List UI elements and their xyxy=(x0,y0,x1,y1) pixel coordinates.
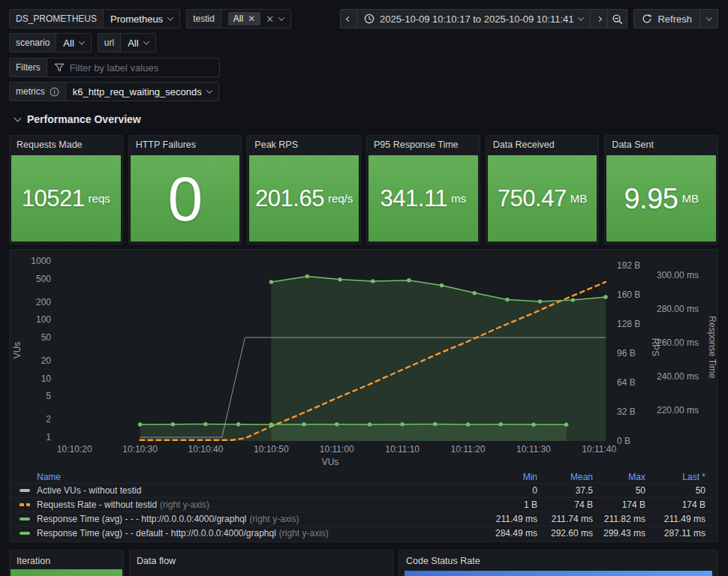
panel-code-status-rate: Code Status Rate xyxy=(399,550,718,576)
stat-unit: ms xyxy=(451,192,466,205)
panel-title[interactable]: P95 Response Time xyxy=(367,136,480,154)
refresh-button[interactable]: Refresh xyxy=(633,9,700,28)
series-point-marker xyxy=(269,280,273,284)
testid-tag-label: All xyxy=(233,14,243,24)
legend-sort-last[interactable]: Last * xyxy=(682,472,705,482)
chevron-down-icon xyxy=(167,14,173,20)
legend-mean-value: 37.5 xyxy=(537,485,593,496)
panel-title[interactable]: Requests Made xyxy=(10,136,122,154)
legend-last-value: 50 xyxy=(645,485,705,496)
stat-panel-peak-rps: Peak RPS201.65req/s xyxy=(247,135,361,244)
legend-series-label[interactable]: Requests Rate - without testid(right y-a… xyxy=(37,500,209,510)
series-point-marker xyxy=(203,422,207,426)
variable-url: url All xyxy=(98,33,156,52)
ds-prometheus-label: DS_PROMETHEUS xyxy=(10,10,103,28)
axis-tick-label: 160 B xyxy=(617,290,640,300)
axis-tick-label: 500 xyxy=(36,274,51,284)
legend-last-value: 287.11 ms xyxy=(645,528,705,538)
panel-title[interactable]: Iteration xyxy=(10,550,123,572)
axis-tick-label: 192 B xyxy=(617,260,640,271)
legend-max-value: 299.43 ms xyxy=(593,528,645,538)
metrics-label-text: metrics xyxy=(16,86,45,97)
chevron-down-icon xyxy=(278,14,284,20)
axis-tick-label: 280.00 ms xyxy=(657,304,699,314)
panel-title[interactable]: Peak RPS xyxy=(248,136,360,154)
url-select[interactable]: All xyxy=(120,34,155,52)
legend-min-value: 211.49 ms xyxy=(485,514,537,524)
legend-row: Response Time (avg) - - - http://0.0.0.0… xyxy=(10,512,717,526)
legend-sort-mean[interactable]: Mean xyxy=(570,472,593,482)
panel-title[interactable]: HTTP Failures xyxy=(129,136,242,154)
label-filter-input[interactable]: Filter by label values xyxy=(47,58,219,76)
legend-mean-value: 292.60 ms xyxy=(537,528,593,538)
series-point-marker xyxy=(371,279,375,283)
variables-row-4: metrics k6_http_req_waiting_seconds xyxy=(9,82,718,101)
stat-value-area: 201.65req/s xyxy=(249,155,359,242)
series-point-marker xyxy=(368,422,372,426)
axis-tick-label: 1 xyxy=(46,432,51,442)
panel-title[interactable]: Data Sent xyxy=(605,136,717,154)
series-point-marker xyxy=(400,422,404,426)
stat-value-area: 10521reqs xyxy=(11,155,121,242)
legend-axis-note: (right y-axis) xyxy=(160,500,209,510)
filter-placeholder: Filter by label values xyxy=(70,62,159,74)
legend-axis-note: (right y-axis) xyxy=(279,528,329,538)
axis-tick-label: VUs xyxy=(322,457,339,467)
filters-label: Filters xyxy=(10,58,47,76)
panel-title[interactable]: Data flow xyxy=(130,550,393,572)
axis-tick-label: 240.00 ms xyxy=(657,371,699,382)
section-title: Performance Overview xyxy=(27,113,141,125)
testid-label: testid xyxy=(187,10,221,28)
legend-mean-value: 211.74 ms xyxy=(537,514,593,524)
row-toggle-performance-overview[interactable]: Performance Overview xyxy=(15,112,718,126)
legend-last-value: 174 B xyxy=(645,500,705,510)
axis-tick-label: 10:10:40 xyxy=(188,444,224,454)
axis-tick-label: 20 xyxy=(41,356,52,366)
testid-select[interactable]: All ✕ ✕ xyxy=(221,10,290,28)
panel-title[interactable]: Data Received xyxy=(486,136,599,154)
legend-header-row: NameMinMeanMaxLast * xyxy=(10,470,717,483)
series-point-marker xyxy=(138,422,142,426)
chart-canvas[interactable]: 1000500200100502010521VUs192 B160 B128 B… xyxy=(10,250,717,469)
axis-tick-label: 128 B xyxy=(617,319,640,329)
legend-axis-note: (right y-axis) xyxy=(249,514,299,524)
legend-sort-min[interactable]: Min xyxy=(523,472,537,482)
legend-max-value: 211.82 ms xyxy=(593,514,645,524)
stat-panel-data-sent: Data Sent9.95MB xyxy=(604,135,718,244)
series-point-marker xyxy=(564,422,568,426)
metrics-select[interactable]: k6_http_req_waiting_seconds xyxy=(65,82,218,100)
clear-all-icon[interactable]: ✕ xyxy=(266,14,274,25)
legend-series-label[interactable]: Active VUs - without testid xyxy=(37,485,141,496)
stat-panel-http-failures: HTTP Failures0 xyxy=(128,135,242,244)
axis-tick-label: 10:11:30 xyxy=(516,444,551,454)
axis-tick-label: 1000 xyxy=(31,256,51,266)
time-shift-back-button[interactable] xyxy=(340,9,357,28)
legend-sort-name[interactable]: Name xyxy=(37,472,61,482)
variable-testid: testid All ✕ ✕ xyxy=(186,9,291,28)
clock-icon xyxy=(364,14,375,24)
stat-value-area: 341.11ms xyxy=(369,155,478,242)
metrics-value: k6_http_req_waiting_seconds xyxy=(73,86,202,98)
series-point-marker xyxy=(302,422,305,426)
legend-series-label[interactable]: Response Time (avg) - - default - http:/… xyxy=(37,528,329,538)
remove-tag-icon[interactable]: ✕ xyxy=(248,14,255,23)
ds-prometheus-select[interactable]: Prometheus xyxy=(103,10,179,28)
legend-series-label[interactable]: Response Time (avg) - - - http://0.0.0.0… xyxy=(37,514,299,524)
panel-title[interactable]: Code Status Rate xyxy=(399,550,717,572)
series-point-marker xyxy=(236,422,240,426)
variables-row-2: scenario All url All xyxy=(9,33,718,52)
series-swatch-orange-dashed xyxy=(20,503,30,506)
testid-tag-all[interactable]: All ✕ xyxy=(228,12,260,26)
scenario-select[interactable]: All xyxy=(56,34,90,52)
blue-bar xyxy=(405,571,712,576)
time-range-picker-button[interactable]: 2025-10-09 10:10:17 to 2025-10-09 10:11:… xyxy=(357,9,591,28)
zoom-out-time-button[interactable] xyxy=(608,9,627,28)
legend-max-value: 174 B xyxy=(593,500,645,510)
refresh-interval-dropdown[interactable] xyxy=(700,9,718,28)
time-shift-forward-button[interactable] xyxy=(591,9,608,28)
stat-panel-data-received: Data Received750.47MB xyxy=(486,135,600,244)
legend-sort-max[interactable]: Max xyxy=(628,472,645,482)
legend-max-value: 50 xyxy=(593,485,645,496)
legend-row: Requests Rate - without testid(right y-a… xyxy=(10,497,717,512)
refresh-button-group: Refresh xyxy=(633,9,718,28)
